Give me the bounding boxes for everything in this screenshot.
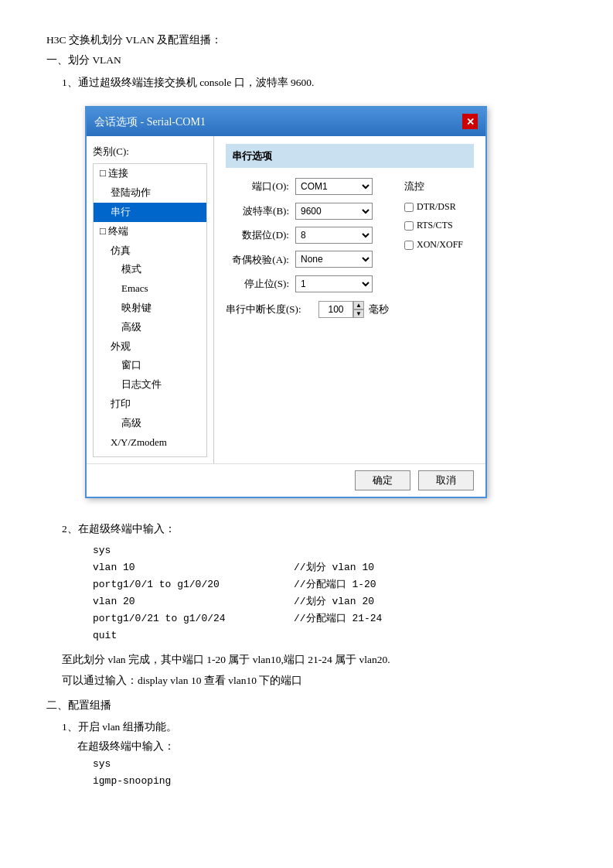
flow-checkbox-label: RTS/CTS	[417, 217, 453, 234]
form-select[interactable]: 9600	[295, 203, 373, 220]
spinbox-down[interactable]: ▼	[353, 309, 364, 318]
code-block2: sysigmp-snooping	[93, 756, 567, 790]
dialog-footer: 确定 取消	[87, 463, 485, 497]
left-panel: 类别(C): □ 连接登陆动作串行□ 终端仿真模式Emacs映射键高级外观窗口日…	[87, 136, 214, 463]
tree-item[interactable]: 窗口	[94, 356, 206, 375]
code-line: igmp-snooping	[93, 773, 567, 790]
result-text2: 可以通过输入：display vlan 10 查看 vlan10 下的端口	[62, 672, 567, 690]
code-comment: //分配端口 21-24	[294, 610, 382, 627]
tree-item[interactable]: 串行	[94, 203, 206, 222]
form-select[interactable]: None	[295, 251, 373, 268]
tree-item[interactable]: 外观	[94, 337, 206, 357]
spinbox-arrows: ▲ ▼	[353, 301, 364, 318]
flow-checkbox-row: DTR/DSR	[404, 199, 474, 216]
code-line: portg1/0/1 to g1/0/20//分配端口 1-20	[93, 576, 567, 593]
interrupt-row: 串行中断长度(S): ▲ ▼ 毫秒	[226, 300, 393, 318]
form-row: 奇偶校验(A):None	[226, 251, 393, 268]
session-dialog: 会话选项 - Serial-COM1 ✕ 类别(C): □ 连接登陆动作串行□ …	[85, 106, 487, 499]
dialog-container: 会话选项 - Serial-COM1 ✕ 类别(C): □ 连接登陆动作串行□ …	[85, 106, 487, 499]
section2-step1a: 在超级终端中输入：	[77, 737, 567, 756]
form-label: 停止位(S):	[226, 275, 295, 292]
flow-control: 流控 DTR/DSRRTS/CTSXON/XOFF	[404, 177, 474, 318]
code-comment: //划分 vlan 20	[294, 593, 374, 610]
dialog-body: 类别(C): □ 连接登陆动作串行□ 终端仿真模式Emacs映射键高级外观窗口日…	[87, 136, 485, 463]
section1-title: 一、划分 VLAN	[46, 51, 567, 70]
tree-item[interactable]: 高级	[94, 414, 206, 433]
interrupt-label: 串行中断长度(S):	[226, 300, 318, 318]
form-label: 数据位(D):	[226, 226, 295, 244]
step1-text: 1、通过超级终端连接交换机 console 口，波特率 9600.	[62, 73, 567, 92]
code-line: quit	[93, 627, 567, 644]
form-label: 端口(O):	[226, 177, 295, 195]
right-panel-inner: 端口(O):COM1波特率(B):9600数据位(D):8奇偶校验(A):Non…	[226, 177, 474, 318]
form-row: 数据位(D):8	[226, 226, 393, 244]
form-select[interactable]: 1	[295, 275, 373, 292]
result-text1: 至此划分 vlan 完成，其中端口 1-20 属于 vlan10,端口 21-2…	[62, 651, 567, 669]
form-select[interactable]: COM1	[295, 178, 373, 195]
section2-title: 二、配置组播	[46, 696, 567, 715]
flow-checkbox[interactable]	[404, 241, 414, 250]
code-cmd: vlan 20	[93, 593, 294, 610]
code-line: portg1/0/21 to g1/0/24//分配端口 21-24	[93, 610, 567, 627]
tree-item[interactable]: 登陆动作	[94, 183, 206, 203]
section2-step1: 1、开启 vlan 组播功能。	[62, 718, 567, 736]
tree-item[interactable]: 仿真	[94, 241, 206, 261]
tree-item[interactable]: X/Y/Zmodem	[94, 433, 206, 453]
flow-title: 流控	[404, 177, 474, 195]
category-label: 类别(C):	[87, 136, 213, 160]
tree-item[interactable]: 模式	[94, 260, 206, 279]
ms-label: 毫秒	[369, 300, 389, 318]
code-cmd: portg1/0/1 to g1/0/20	[93, 576, 294, 593]
spinbox-up[interactable]: ▲	[353, 301, 364, 309]
code-cmd: vlan 10	[93, 559, 294, 576]
dialog-title: 会话选项 - Serial-COM1	[94, 112, 206, 132]
form-row: 波特率(B):9600	[226, 202, 393, 220]
right-section-title: 串行选项	[226, 144, 474, 168]
flow-checkbox-label: DTR/DSR	[417, 199, 456, 216]
tree-item[interactable]: Emacs	[94, 279, 206, 299]
tree-item[interactable]: 高级	[94, 318, 206, 337]
code-block: sysvlan 10//划分 vlan 10portg1/0/1 to g1/0…	[93, 542, 567, 645]
form-row: 端口(O):COM1	[226, 177, 393, 195]
code-cmd: quit	[93, 627, 294, 644]
code-line: sys	[93, 756, 567, 773]
code-comment: //划分 vlan 10	[294, 559, 374, 576]
cancel-button[interactable]: 取消	[418, 470, 474, 490]
flow-checkbox[interactable]	[404, 221, 414, 231]
flow-checkbox[interactable]	[404, 203, 414, 212]
tree-container[interactable]: □ 连接登陆动作串行□ 终端仿真模式Emacs映射键高级外观窗口日志文件打印高级…	[93, 163, 207, 457]
code-line: vlan 10//划分 vlan 10	[93, 559, 567, 576]
dialog-titlebar: 会话选项 - Serial-COM1 ✕	[87, 108, 485, 136]
form-label: 奇偶校验(A):	[226, 251, 295, 268]
flow-checkbox-row: XON/XOFF	[404, 237, 474, 254]
code-line: sys	[93, 542, 567, 559]
flow-checkbox-label: XON/XOFF	[417, 237, 463, 254]
tree-item[interactable]: □ 终端	[94, 222, 206, 241]
form-label: 波特率(B):	[226, 202, 295, 220]
tree-item[interactable]: 打印	[94, 395, 206, 414]
spinbox-wrapper: ▲ ▼	[318, 301, 364, 318]
flow-checkbox-row: RTS/CTS	[404, 217, 474, 234]
form-area: 端口(O):COM1波特率(B):9600数据位(D):8奇偶校验(A):Non…	[226, 177, 393, 318]
tree-item[interactable]: 日志文件	[94, 375, 206, 395]
code-comment: //分配端口 1-20	[294, 576, 376, 593]
tree-item[interactable]: 映射键	[94, 299, 206, 318]
tree-item[interactable]: □ 连接	[94, 164, 206, 183]
close-button[interactable]: ✕	[462, 114, 478, 129]
intro-line1: H3C 交换机划分 VLAN 及配置组播：	[46, 31, 567, 50]
ok-button[interactable]: 确定	[355, 470, 410, 490]
form-select[interactable]: 8	[295, 227, 373, 244]
right-panel: 串行选项 端口(O):COM1波特率(B):9600数据位(D):8奇偶校验(A…	[214, 136, 485, 463]
step2-text: 2、在超级终端中输入：	[62, 520, 567, 538]
code-cmd: sys	[93, 542, 294, 559]
code-cmd: portg1/0/21 to g1/0/24	[93, 610, 294, 627]
form-row: 停止位(S):1	[226, 275, 393, 292]
code-line: vlan 20//划分 vlan 20	[93, 593, 567, 610]
interrupt-input[interactable]	[318, 301, 353, 318]
